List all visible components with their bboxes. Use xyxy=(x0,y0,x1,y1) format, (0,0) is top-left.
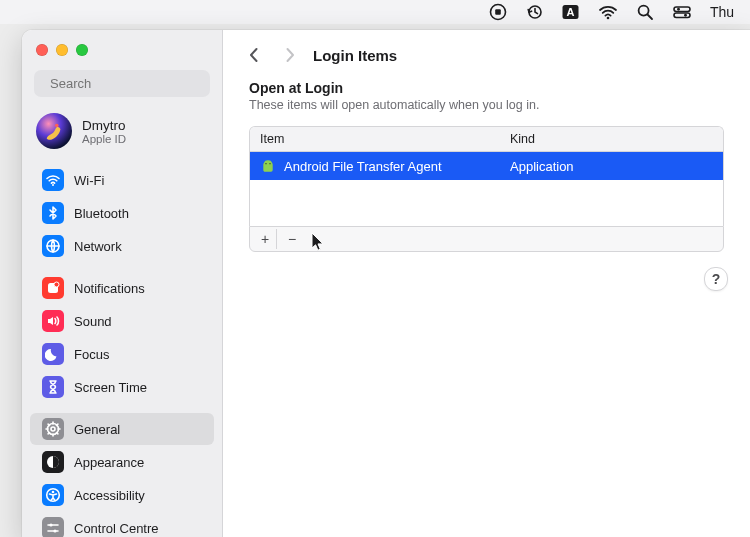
sidebar-item-label: Notifications xyxy=(74,281,145,296)
zoom-window-button[interactable] xyxy=(76,44,88,56)
section-subtitle: These items will open automatically when… xyxy=(249,98,724,112)
svg-rect-7 xyxy=(674,7,690,12)
record-icon[interactable] xyxy=(489,3,507,21)
system-menubar: A Thu xyxy=(0,0,750,24)
moon-icon xyxy=(42,343,64,365)
avatar xyxy=(36,113,72,149)
sidebar-item-network[interactable]: Network xyxy=(30,230,214,262)
sidebar-item-general[interactable]: General xyxy=(30,413,214,445)
control-centre-icon[interactable] xyxy=(672,3,692,21)
svg-point-13 xyxy=(52,184,54,186)
sidebar-item-control-centre[interactable]: Control Centre xyxy=(30,512,214,537)
user-name: Dmytro xyxy=(82,118,126,133)
sidebar-item-notifications[interactable]: Notifications xyxy=(30,272,214,304)
search-input[interactable] xyxy=(48,75,220,92)
svg-text:A: A xyxy=(566,6,574,18)
table-footer: + − xyxy=(249,226,724,252)
svg-point-24 xyxy=(265,163,266,164)
add-item-button[interactable]: + xyxy=(254,229,277,249)
svg-point-21 xyxy=(52,491,55,494)
sidebar-item-wi-fi[interactable]: Wi-Fi xyxy=(30,164,214,196)
wifi-icon[interactable] xyxy=(598,3,618,21)
svg-point-12 xyxy=(55,124,59,128)
section-title: Open at Login xyxy=(249,80,724,96)
menubar-day[interactable]: Thu xyxy=(710,4,734,20)
android-icon xyxy=(260,158,276,174)
titlebar: Login Items xyxy=(223,30,750,76)
row-item-kind: Application xyxy=(500,159,723,174)
table-row[interactable]: Android File Transfer AgentApplication xyxy=(250,152,723,180)
sliders-icon xyxy=(42,517,64,537)
sidebar-item-label: Screen Time xyxy=(74,380,147,395)
svg-point-23 xyxy=(53,529,56,532)
close-window-button[interactable] xyxy=(36,44,48,56)
system-settings-window: Dmytro Apple ID Wi-FiBluetoothNetworkNot… xyxy=(22,30,750,537)
sidebar-item-bluetooth[interactable]: Bluetooth xyxy=(30,197,214,229)
accessibility-icon xyxy=(42,484,64,506)
sidebar: Dmytro Apple ID Wi-FiBluetoothNetworkNot… xyxy=(22,30,223,537)
row-item-name: Android File Transfer Agent xyxy=(284,159,442,174)
globe-icon xyxy=(42,235,64,257)
sidebar-item-label: Bluetooth xyxy=(74,206,129,221)
col-item[interactable]: Item xyxy=(250,127,500,151)
gear-icon xyxy=(42,418,64,440)
search-field[interactable] xyxy=(34,70,210,97)
sidebar-item-label: Accessibility xyxy=(74,488,145,503)
sidebar-item-focus[interactable]: Focus xyxy=(30,338,214,370)
user-subtitle: Apple ID xyxy=(82,133,126,145)
sidebar-item-label: Appearance xyxy=(74,455,144,470)
svg-point-10 xyxy=(684,14,687,17)
content-pane: Login Items Open at Login These items wi… xyxy=(223,30,750,537)
help-button[interactable]: ? xyxy=(704,267,728,291)
svg-point-18 xyxy=(51,427,55,431)
sidebar-item-label: General xyxy=(74,422,120,437)
col-kind[interactable]: Kind xyxy=(500,127,723,151)
minimize-window-button[interactable] xyxy=(56,44,68,56)
appearance-icon xyxy=(42,451,64,473)
spotlight-icon[interactable] xyxy=(636,3,654,21)
back-button[interactable] xyxy=(241,42,267,68)
table-body: Android File Transfer AgentApplication xyxy=(250,152,723,226)
sidebar-item-label: Sound xyxy=(74,314,112,329)
svg-rect-9 xyxy=(674,13,690,18)
sidebar-item-label: Network xyxy=(74,239,122,254)
svg-point-16 xyxy=(54,282,59,287)
svg-point-22 xyxy=(49,523,52,526)
remove-item-button[interactable]: − xyxy=(281,229,303,249)
bluetooth-icon xyxy=(42,202,64,224)
input-source-icon[interactable]: A xyxy=(561,3,580,21)
svg-point-8 xyxy=(677,8,680,11)
svg-point-25 xyxy=(269,163,270,164)
hourglass-icon xyxy=(42,376,64,398)
bell-icon xyxy=(42,277,64,299)
time-machine-icon[interactable] xyxy=(525,3,543,21)
sidebar-item-label: Wi-Fi xyxy=(74,173,104,188)
sidebar-item-label: Focus xyxy=(74,347,109,362)
window-controls xyxy=(22,44,222,70)
sidebar-item-appearance[interactable]: Appearance xyxy=(30,446,214,478)
sidebar-item-accessibility[interactable]: Accessibility xyxy=(30,479,214,511)
svg-rect-1 xyxy=(495,9,501,15)
svg-point-5 xyxy=(607,17,610,20)
sidebar-nav: Wi-FiBluetoothNetworkNotificationsSoundF… xyxy=(22,163,222,537)
table-header-row: Item Kind xyxy=(250,127,723,152)
sidebar-item-label: Control Centre xyxy=(74,521,159,536)
page-title: Login Items xyxy=(313,47,397,64)
apple-id-row[interactable]: Dmytro Apple ID xyxy=(22,109,222,163)
login-items-table: Item Kind Android File Transfer AgentApp… xyxy=(249,126,724,226)
wifi-icon xyxy=(42,169,64,191)
sidebar-item-sound[interactable]: Sound xyxy=(30,305,214,337)
forward-button[interactable] xyxy=(277,42,303,68)
speaker-icon xyxy=(42,310,64,332)
sidebar-item-screen-time[interactable]: Screen Time xyxy=(30,371,214,403)
